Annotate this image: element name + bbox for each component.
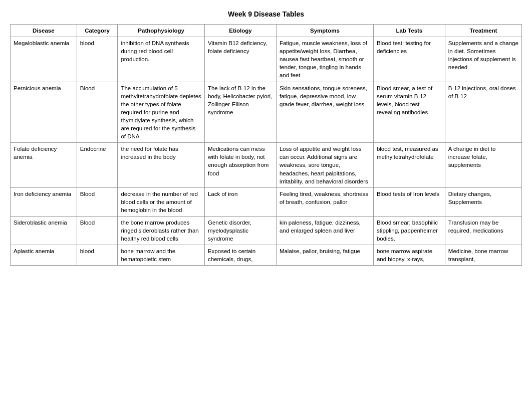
cell-disease-5: Aplastic anemia (11, 245, 77, 266)
cell-disease-4: Sideroblastic anemia (11, 216, 77, 245)
page-title: Week 9 Disease Tables (10, 10, 522, 18)
cell-pathophysiology-0: inhibition of DNA synthesis during red b… (118, 37, 205, 82)
col-header-lab-tests: Lab Tests (373, 25, 445, 37)
cell-lab_tests-1: Blood smear, a test of serum vitamin B-1… (373, 82, 445, 143)
cell-treatment-1: B-12 injections, oral doses of B-12 (445, 82, 521, 143)
col-header-pathophysiology: Pathophysiology (118, 25, 205, 37)
cell-etiology-3: Lack of iron (204, 187, 276, 216)
cell-treatment-4: Transfusion may be required, medications (445, 216, 521, 245)
cell-disease-1: Pernicious anemia (11, 82, 77, 143)
cell-category-5: blood (77, 245, 118, 266)
col-header-symptoms: Symptoms (276, 25, 373, 37)
table-row: Sideroblastic anemiaBloodthe bone marrow… (11, 216, 522, 245)
cell-disease-3: Iron deficiency anemia (11, 187, 77, 216)
cell-etiology-1: The lack of B-12 in the body, Helicobact… (204, 82, 276, 143)
col-header-etiology: Etiology (204, 25, 276, 37)
cell-pathophysiology-4: the bone marrow produces ringed siderobl… (118, 216, 205, 245)
cell-pathophysiology-2: the need for folate has increased in the… (118, 143, 205, 187)
cell-lab_tests-2: blood test, measured as methyltetrahydro… (373, 143, 445, 187)
table-row: Aplastic anemiabloodbone marrow and the … (11, 245, 522, 266)
cell-category-2: Endocrine (77, 143, 118, 187)
cell-treatment-3: Dietary changes, Supplements (445, 187, 521, 216)
disease-table: Disease Category Pathophysiology Etiolog… (10, 24, 522, 266)
cell-category-1: Blood (77, 82, 118, 143)
col-header-category: Category (77, 25, 118, 37)
cell-symptoms-3: Feeling tired, weakness, shortness of br… (276, 187, 373, 216)
table-row: Iron deficiency anemiaBlooddecrease in t… (11, 187, 522, 216)
cell-etiology-0: Vitamin B12 deficiency, folate deficienc… (204, 37, 276, 82)
cell-disease-2: Folate deficiency anemia (11, 143, 77, 187)
cell-pathophysiology-3: decrease in the number of red blood cell… (118, 187, 205, 216)
cell-lab_tests-4: Blood smear; basophilic stippling, pappe… (373, 216, 445, 245)
cell-symptoms-0: Fatigue, muscle weakness, loss of appeti… (276, 37, 373, 82)
table-row: Megaloblastic anemiabloodinhibition of D… (11, 37, 522, 82)
table-row: Pernicious anemiaBloodThe accumulation o… (11, 82, 522, 143)
col-header-disease: Disease (11, 25, 77, 37)
table-row: Folate deficiency anemiaEndocrinethe nee… (11, 143, 522, 187)
cell-category-3: Blood (77, 187, 118, 216)
cell-treatment-2: A change in diet to increase folate, sup… (445, 143, 521, 187)
table-header-row: Disease Category Pathophysiology Etiolog… (11, 25, 522, 37)
cell-lab_tests-3: Blood tests of Iron levels (373, 187, 445, 216)
cell-symptoms-4: kin paleness, fatigue, dizziness, and en… (276, 216, 373, 245)
cell-lab_tests-0: Blood test; testing for deficiencies (373, 37, 445, 82)
cell-category-0: blood (77, 37, 118, 82)
cell-symptoms-5: Malaise, pallor, bruising, fatigue (276, 245, 373, 266)
cell-disease-0: Megaloblastic anemia (11, 37, 77, 82)
cell-pathophysiology-1: The accumulation of 5 methyltetrahydrofo… (118, 82, 205, 143)
cell-etiology-2: Medications can mess with folate in body… (204, 143, 276, 187)
cell-etiology-5: Exposed to certain chemicals, drugs, (204, 245, 276, 266)
cell-lab_tests-5: bone marrow aspirate and biopsy, x-rays, (373, 245, 445, 266)
cell-category-4: Blood (77, 216, 118, 245)
cell-symptoms-1: Skin sensations, tongue soreness, fatigu… (276, 82, 373, 143)
cell-etiology-4: Genetic disorder, myelodysplastic syndro… (204, 216, 276, 245)
cell-symptoms-2: Loss of appetite and weight loss can occ… (276, 143, 373, 187)
cell-treatment-5: Medicine, bone marrow transplant, (445, 245, 521, 266)
cell-pathophysiology-5: bone marrow and the hematopoietic stem (118, 245, 205, 266)
col-header-treatment: Treatment (445, 25, 521, 37)
cell-treatment-0: Supplements and a change in diet. Someti… (445, 37, 521, 82)
